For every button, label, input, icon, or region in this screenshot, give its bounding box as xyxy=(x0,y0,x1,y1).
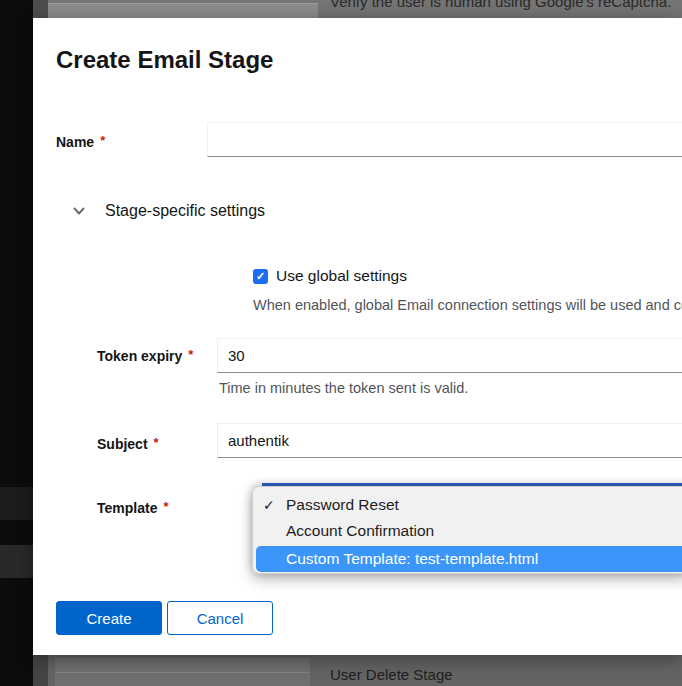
dropdown-option-password-reset[interactable]: ✓ Password Reset xyxy=(253,492,682,518)
option-label: Account Confirmation xyxy=(286,522,434,539)
use-global-settings-label: Use global settings xyxy=(276,267,407,285)
use-global-settings-checkbox[interactable]: ✓ xyxy=(253,269,268,284)
expander-label: Stage-specific settings xyxy=(105,202,265,220)
subject-input[interactable] xyxy=(217,423,682,458)
name-input[interactable] xyxy=(207,122,682,157)
use-global-settings-help: When enabled, global Email connection se… xyxy=(253,297,682,313)
background-table-panel xyxy=(48,3,318,18)
divider xyxy=(55,672,310,673)
name-label-text: Name xyxy=(56,134,94,150)
token-expiry-label-text: Token expiry xyxy=(97,348,182,364)
template-label-text: Template xyxy=(97,500,157,516)
required-asterisk: * xyxy=(188,347,193,362)
token-expiry-input[interactable] xyxy=(217,338,682,373)
create-button[interactable]: Create xyxy=(56,601,162,635)
background-table-panel xyxy=(55,658,310,686)
stage-settings-expander[interactable]: Stage-specific settings xyxy=(71,198,265,224)
sidebar-item-highlight xyxy=(0,487,33,520)
background-table-cell xyxy=(33,0,48,18)
background-page-bottom: User Delete Stage xyxy=(33,655,682,686)
option-label: Password Reset xyxy=(286,496,399,513)
cancel-button[interactable]: Cancel xyxy=(167,601,273,635)
template-dropdown-popup: ✓ Password Reset Account Confirmation Cu… xyxy=(252,486,682,574)
use-global-settings-row: ✓ Use global settings xyxy=(253,267,407,285)
sidebar-item-highlight-2 xyxy=(0,545,33,578)
token-expiry-label: Token expiry* xyxy=(97,348,193,364)
option-label: Custom Template: test-template.html xyxy=(286,550,538,567)
chevron-down-icon xyxy=(71,203,87,219)
background-stage-name-text: User Delete Stage xyxy=(330,666,453,683)
subject-label-text: Subject xyxy=(97,436,148,452)
modal-title: Create Email Stage xyxy=(56,46,273,74)
background-table-cell xyxy=(33,655,48,686)
app-sidebar xyxy=(0,0,33,686)
dropdown-option-account-confirmation[interactable]: Account Confirmation xyxy=(253,518,682,544)
check-icon: ✓ xyxy=(256,270,265,282)
dropdown-option-custom-template[interactable]: Custom Template: test-template.html xyxy=(256,546,682,572)
required-asterisk: * xyxy=(154,435,159,450)
template-label: Template* xyxy=(97,500,169,516)
background-recaptcha-text: Verify the user is human using Google's … xyxy=(330,0,671,10)
create-email-stage-modal: Create Email Stage Name* Stage-specific … xyxy=(33,18,682,655)
check-icon: ✓ xyxy=(263,492,275,518)
required-asterisk: * xyxy=(163,499,168,514)
name-label: Name* xyxy=(56,134,105,150)
required-asterisk: * xyxy=(100,133,105,148)
subject-label: Subject* xyxy=(97,436,159,452)
background-page-top: Verify the user is human using Google's … xyxy=(33,0,682,18)
token-expiry-help: Time in minutes the token sent is valid. xyxy=(219,380,468,396)
